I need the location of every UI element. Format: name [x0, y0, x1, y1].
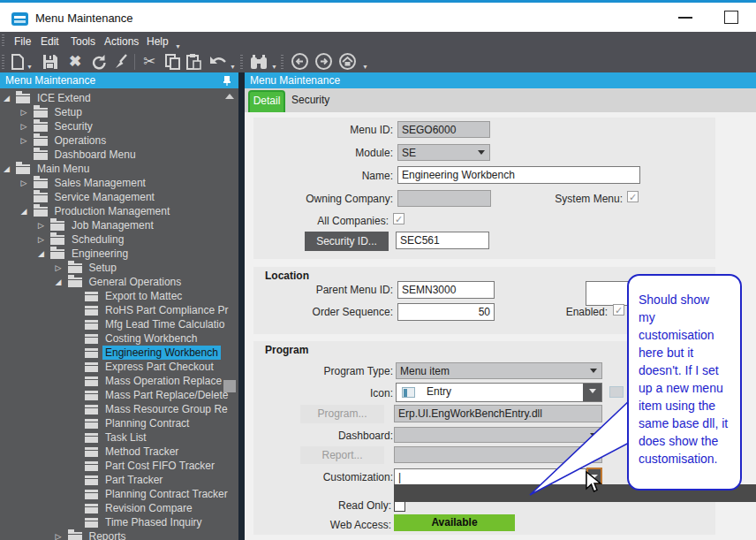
copy-icon[interactable] — [165, 54, 181, 70]
parent-menu-id-input[interactable]: SEMN3000 — [397, 281, 495, 299]
clear-icon[interactable] — [113, 54, 129, 70]
tree-item[interactable]: ▷Job Management — [0, 218, 238, 232]
menu-item-icon — [85, 504, 98, 513]
tree-item[interactable]: Express Part Checkout — [0, 360, 238, 374]
menubar-overflow-icon[interactable]: ▼ — [175, 43, 181, 49]
collapsed-icon[interactable]: ▷ — [38, 218, 50, 232]
tree-item[interactable]: ◢General Operations — [0, 275, 238, 289]
undo-caret-icon[interactable]: ▼ — [230, 64, 236, 70]
collapsed-icon[interactable]: ▷ — [56, 261, 68, 275]
order-sequence-input[interactable]: 50 — [397, 303, 495, 321]
minimize-button[interactable] — [678, 17, 692, 19]
new-document-caret-icon[interactable]: ▼ — [26, 64, 33, 70]
menu-tree: ◢ICE Extend▷Setup▷Security▷OperationsDas… — [0, 88, 238, 540]
name-input[interactable]: Engineering Workbench — [397, 166, 640, 184]
tree-item[interactable]: Planning Contract Tracker — [0, 487, 238, 501]
tree-item[interactable]: Method Tracker — [0, 445, 238, 459]
tree-item[interactable]: Time Phased Inquiry — [0, 515, 238, 529]
delete-icon[interactable]: ✖ — [67, 54, 83, 70]
web-access-status[interactable]: Available — [394, 514, 515, 531]
expanded-icon[interactable]: ◢ — [21, 204, 34, 218]
expanded-icon[interactable]: ◢ — [4, 91, 16, 105]
tree-item[interactable]: Part Tracker — [0, 473, 238, 487]
expanded-icon[interactable]: ◢ — [38, 247, 50, 261]
tree-item[interactable]: ▷Setup — [0, 105, 238, 119]
find-icon[interactable] — [250, 54, 268, 70]
save-icon[interactable] — [42, 54, 58, 70]
find-caret-icon[interactable]: ▼ — [271, 64, 277, 70]
tree-item[interactable]: Mass Part Replace/Delete — [0, 388, 238, 402]
tree-item[interactable]: ▷Setup — [0, 261, 238, 275]
home-icon[interactable] — [339, 53, 356, 70]
tree-item[interactable]: Engineering Workbench — [0, 346, 238, 360]
menu-item-icon — [85, 348, 98, 358]
menu-tools[interactable]: Tools — [71, 35, 95, 48]
enabled-checkbox[interactable]: ✓ — [613, 304, 624, 316]
collapsed-icon[interactable]: ▷ — [21, 176, 34, 190]
tree-item[interactable]: Costing Workbench — [0, 331, 238, 346]
pin-icon[interactable] — [223, 75, 231, 86]
tree-item[interactable]: ▷Reports — [0, 529, 238, 540]
all-companies-checkbox[interactable]: ✓ — [393, 213, 404, 224]
tree-item[interactable]: Mass Resource Group Re — [0, 402, 238, 416]
menu-file[interactable]: File — [14, 35, 31, 48]
tree-item[interactable]: ▷Operations — [0, 133, 238, 148]
collapsed-icon[interactable]: ▷ — [38, 232, 50, 247]
toolbar-grip[interactable] — [2, 55, 4, 69]
title-bar: Menu Maintenance — [0, 0, 756, 32]
tree-item[interactable]: Mfg Lead Time Calculatio — [0, 317, 238, 331]
program-type-select[interactable]: Menu item — [396, 362, 602, 379]
collapsed-icon[interactable]: ▷ — [21, 133, 34, 148]
menu-edit[interactable]: Edit — [41, 35, 59, 48]
tree-scroll-up-icon[interactable] — [225, 94, 234, 99]
tree-item[interactable]: ◢ICE Extend — [0, 91, 238, 105]
tree-item[interactable]: Export to Mattec — [0, 289, 238, 303]
maximize-button[interactable] — [724, 11, 738, 24]
collapsed-icon[interactable]: ▷ — [56, 529, 68, 540]
undo-icon[interactable] — [209, 55, 227, 69]
cut-icon[interactable]: ✂ — [141, 54, 157, 70]
tree-item[interactable]: Part Cost FIFO Tracker — [0, 459, 238, 473]
tree-item-label: Planning Contract Tracker — [102, 487, 231, 501]
icon-dd-button[interactable] — [583, 384, 601, 401]
icon-select[interactable]: Entry — [396, 383, 602, 402]
program-button[interactable]: Program... — [300, 405, 384, 423]
tab-detail[interactable]: Detail — [248, 90, 285, 112]
tree-item[interactable]: Mass Operation Replace — [0, 374, 238, 388]
paste-icon[interactable] — [186, 54, 202, 70]
tree-item[interactable]: Revision Compare — [0, 501, 238, 515]
tree-item[interactable]: RoHS Part Compliance Pr — [0, 303, 238, 317]
tab-security[interactable]: Security — [291, 94, 329, 106]
collapsed-icon[interactable]: ▷ — [21, 105, 34, 119]
tree-item[interactable]: Planning Contract — [0, 416, 238, 430]
dashboard-select[interactable] — [394, 427, 602, 443]
tree-item[interactable]: ▷Security — [0, 119, 238, 133]
refresh-icon[interactable] — [90, 54, 106, 70]
security-id-button[interactable]: Security ID... — [305, 232, 389, 251]
tree-item[interactable]: Dashboard Menu — [0, 148, 238, 162]
back-icon[interactable] — [291, 53, 308, 70]
new-document-icon[interactable] — [11, 54, 25, 70]
tree-item[interactable]: Task List — [0, 430, 238, 445]
home-caret-icon[interactable]: ▼ — [362, 64, 368, 70]
tree-item[interactable]: ◢Engineering — [0, 247, 238, 261]
tree-item[interactable]: ▷Sales Management — [0, 176, 238, 190]
menubar-grip[interactable] — [2, 34, 4, 48]
security-id-input[interactable]: SEC561 — [396, 232, 489, 249]
tree-scrollbar-thumb[interactable] — [223, 380, 236, 392]
expanded-icon[interactable]: ◢ — [4, 162, 16, 176]
collapsed-icon[interactable]: ▷ — [21, 119, 34, 133]
module-select[interactable]: SE — [397, 144, 490, 161]
customization-input[interactable]: | — [394, 468, 586, 485]
tree-item[interactable]: ◢Production Management — [0, 204, 238, 218]
menu-actions[interactable]: Actions — [104, 35, 139, 48]
tree-item[interactable]: Service Management — [0, 190, 238, 204]
tree-item[interactable]: ▷Scheduling — [0, 232, 238, 247]
panel-splitter[interactable] — [238, 72, 245, 540]
tree-item[interactable]: ◢Main Menu — [0, 162, 238, 176]
system-menu-checkbox[interactable]: ✓ — [627, 191, 639, 202]
expanded-icon[interactable]: ◢ — [56, 275, 68, 289]
report-button[interactable]: Report... — [300, 446, 384, 464]
menu-help[interactable]: Help — [147, 35, 169, 48]
forward-icon[interactable] — [315, 53, 332, 70]
